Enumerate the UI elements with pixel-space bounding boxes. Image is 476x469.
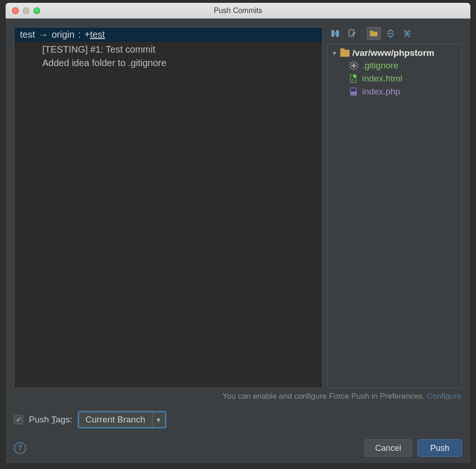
file-row[interactable]: h index.html xyxy=(349,72,460,85)
svg-rect-0 xyxy=(331,30,334,37)
window-controls xyxy=(6,7,40,14)
cancel-button[interactable]: Cancel xyxy=(364,439,412,457)
push-tags-row: ✓ Push Tags: Current Branch ▾ xyxy=(14,411,462,428)
dropdown-value: Current Branch xyxy=(79,415,152,425)
commits-panel[interactable]: test → origin : +test [TESTING] #1: Test… xyxy=(14,27,323,388)
configure-link[interactable]: Configure xyxy=(427,392,461,401)
remote-name: origin xyxy=(52,29,74,40)
svg-text:h: h xyxy=(352,78,354,81)
root-path: /var/www/phpstorm xyxy=(352,48,434,58)
target-branch: +test xyxy=(85,29,105,40)
svg-rect-10 xyxy=(351,65,357,67)
edit-source-icon[interactable] xyxy=(345,27,359,40)
force-push-hint: You can enable and configure Force Push … xyxy=(14,392,461,401)
expand-all-icon[interactable] xyxy=(383,27,397,40)
tree-root[interactable]: ▼ /var/www/phpstorm xyxy=(330,47,460,59)
svg-rect-5 xyxy=(370,31,373,32)
svg-rect-12 xyxy=(353,75,356,78)
commit-item[interactable]: Added idea folder to .gitignore xyxy=(42,56,322,70)
svg-text:php: php xyxy=(351,92,356,95)
file-row[interactable]: php index.php xyxy=(349,85,460,98)
separator: : xyxy=(78,29,81,40)
collapse-all-icon[interactable] xyxy=(400,27,414,40)
push-tags-label: Push Tags: xyxy=(29,415,73,425)
svg-rect-7 xyxy=(404,33,410,34)
zoom-window-button[interactable] xyxy=(33,7,40,14)
arrow-icon: → xyxy=(39,29,48,40)
help-button[interactable]: ? xyxy=(14,442,26,454)
svg-rect-4 xyxy=(370,32,377,36)
push-tags-dropdown[interactable]: Current Branch ▾ xyxy=(78,411,166,428)
window-title: Push Commits xyxy=(6,7,470,15)
chevron-down-icon: ▾ xyxy=(152,412,165,427)
disclosure-triangle-icon[interactable]: ▼ xyxy=(331,50,337,57)
files-toolbar xyxy=(327,27,462,42)
php-file-icon: php xyxy=(349,87,358,96)
svg-rect-3 xyxy=(349,30,354,36)
file-icon xyxy=(349,61,358,70)
minimize-window-button[interactable] xyxy=(23,7,29,14)
push-target-row[interactable]: test → origin : +test xyxy=(14,27,322,42)
svg-rect-6 xyxy=(387,33,394,34)
svg-rect-2 xyxy=(335,32,336,35)
push-button[interactable]: Push xyxy=(417,439,462,457)
group-by-directory-icon[interactable] xyxy=(367,27,381,40)
folder-icon xyxy=(340,50,350,57)
close-window-button[interactable] xyxy=(12,7,19,14)
push-tags-checkbox[interactable]: ✓ xyxy=(14,415,23,424)
file-name: index.html xyxy=(362,74,403,84)
svg-rect-1 xyxy=(336,30,339,37)
changed-files-panel[interactable]: ▼ /var/www/phpstorm .gitignore h in xyxy=(327,44,462,388)
html-file-icon: h xyxy=(349,74,358,83)
file-row[interactable]: .gitignore xyxy=(349,59,460,72)
splitter-handle[interactable] xyxy=(322,198,323,217)
file-name: index.php xyxy=(362,87,400,97)
toolbar-separator xyxy=(363,28,363,39)
show-diff-icon[interactable] xyxy=(328,27,342,40)
file-name: .gitignore xyxy=(362,60,398,71)
commit-list: [TESTING] #1: Test commit Added idea fol… xyxy=(14,42,322,73)
commit-item[interactable]: [TESTING] #1: Test commit xyxy=(42,43,322,56)
push-commits-dialog: Push Commits test → origin : +test [TEST xyxy=(6,3,470,463)
source-branch: test xyxy=(20,29,35,40)
titlebar: Push Commits xyxy=(6,3,470,19)
